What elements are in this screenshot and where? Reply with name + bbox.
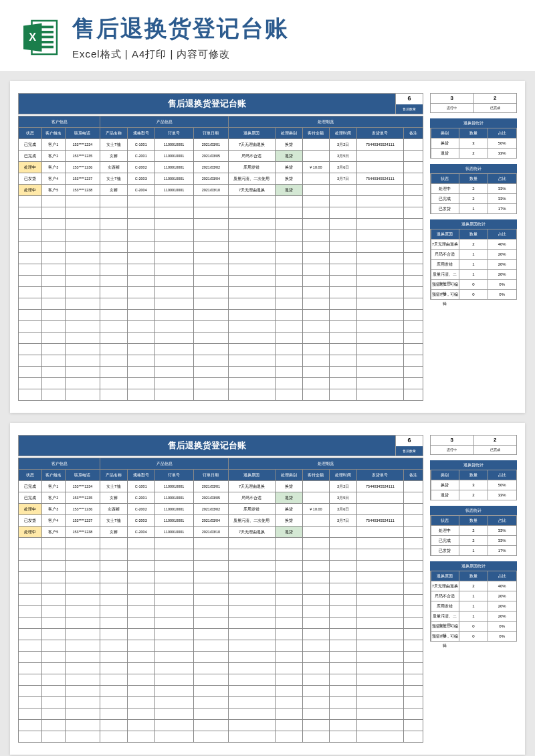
cell[interactable] <box>100 686 128 697</box>
cell[interactable] <box>41 606 65 618</box>
cell[interactable] <box>229 708 276 720</box>
cell[interactable] <box>65 652 100 663</box>
cell[interactable] <box>65 606 100 618</box>
cell[interactable]: 153****1236 <box>65 504 100 515</box>
type-cell[interactable]: 换货 <box>275 173 302 185</box>
cell[interactable] <box>357 629 404 640</box>
cell[interactable]: 库用发错 <box>229 504 276 515</box>
cell[interactable] <box>154 720 193 731</box>
cell[interactable] <box>193 378 228 389</box>
cell[interactable] <box>275 538 302 549</box>
cell[interactable]: 7天无理由退换 <box>229 139 276 151</box>
cell[interactable] <box>154 731 193 743</box>
cell[interactable] <box>229 595 276 606</box>
cell[interactable] <box>65 663 100 674</box>
type-cell[interactable]: 换货 <box>275 515 302 527</box>
cell[interactable] <box>41 344 65 355</box>
cell[interactable] <box>229 321 276 333</box>
cell[interactable] <box>275 697 302 708</box>
cell[interactable] <box>302 492 330 504</box>
cell[interactable] <box>65 207 100 219</box>
cell[interactable] <box>330 276 357 287</box>
cell[interactable] <box>65 344 100 355</box>
cell[interactable] <box>330 310 357 321</box>
cell[interactable] <box>302 572 330 583</box>
cell[interactable]: 库用发错 <box>229 162 276 173</box>
cell[interactable] <box>100 708 128 720</box>
cell[interactable] <box>403 162 423 173</box>
cell[interactable] <box>330 527 357 538</box>
cell[interactable] <box>302 196 330 207</box>
cell[interactable] <box>154 367 193 378</box>
cell[interactable] <box>302 276 330 287</box>
cell[interactable] <box>100 230 128 242</box>
cell[interactable] <box>65 264 100 276</box>
cell[interactable] <box>229 629 276 640</box>
cell[interactable] <box>100 207 128 219</box>
cell[interactable]: 尺码不合适 <box>229 492 276 504</box>
cell[interactable] <box>302 652 330 663</box>
cell[interactable] <box>193 276 228 287</box>
cell[interactable] <box>65 686 100 697</box>
cell[interactable] <box>100 389 128 401</box>
cell[interactable] <box>41 731 65 743</box>
cell[interactable] <box>275 355 302 367</box>
cell[interactable] <box>127 276 154 287</box>
cell[interactable] <box>275 686 302 697</box>
cell[interactable] <box>330 595 357 606</box>
cell[interactable] <box>154 538 193 549</box>
cell[interactable] <box>302 606 330 618</box>
cell[interactable] <box>193 321 228 333</box>
cell[interactable]: 客户1 <box>41 481 65 492</box>
cell[interactable] <box>154 595 193 606</box>
cell[interactable] <box>100 219 128 230</box>
cell[interactable] <box>302 720 330 731</box>
cell[interactable] <box>229 618 276 629</box>
cell[interactable] <box>229 310 276 321</box>
cell[interactable] <box>357 344 404 355</box>
cell[interactable] <box>193 367 228 378</box>
cell[interactable] <box>330 355 357 367</box>
cell[interactable] <box>330 583 357 595</box>
cell[interactable] <box>154 253 193 264</box>
cell[interactable] <box>357 674 404 686</box>
cell[interactable] <box>330 242 357 253</box>
status-cell[interactable]: 处理中 <box>19 162 42 173</box>
cell[interactable] <box>193 298 228 310</box>
cell[interactable] <box>193 355 228 367</box>
cell[interactable]: C-1001 <box>127 139 154 151</box>
cell[interactable] <box>127 367 154 378</box>
cell[interactable] <box>403 549 423 561</box>
cell[interactable] <box>19 253 42 264</box>
cell[interactable] <box>19 230 42 242</box>
cell[interactable] <box>193 720 228 731</box>
cell[interactable] <box>403 731 423 743</box>
type-cell[interactable]: 退货 <box>275 185 302 196</box>
cell[interactable] <box>41 276 65 287</box>
cell[interactable] <box>229 674 276 686</box>
cell[interactable] <box>154 196 193 207</box>
cell[interactable] <box>19 310 42 321</box>
cell[interactable] <box>275 389 302 401</box>
cell[interactable]: 2021/03/04 <box>193 515 228 527</box>
cell[interactable] <box>403 697 423 708</box>
cell[interactable] <box>41 583 65 595</box>
cell[interactable] <box>41 663 65 674</box>
cell[interactable] <box>65 583 100 595</box>
cell[interactable] <box>403 310 423 321</box>
type-cell[interactable]: 换货 <box>275 139 302 151</box>
cell[interactable] <box>100 663 128 674</box>
status-cell[interactable]: 已完成 <box>19 139 42 151</box>
cell[interactable] <box>357 697 404 708</box>
cell[interactable]: 女士T恤 <box>100 173 128 185</box>
cell[interactable] <box>154 629 193 640</box>
cell[interactable] <box>41 674 65 686</box>
cell[interactable] <box>275 720 302 731</box>
cell[interactable] <box>403 538 423 549</box>
cell[interactable] <box>403 652 423 663</box>
cell[interactable] <box>330 219 357 230</box>
cell[interactable] <box>19 708 42 720</box>
cell[interactable] <box>275 298 302 310</box>
cell[interactable]: 3月2日 <box>330 481 357 492</box>
cell[interactable] <box>357 219 404 230</box>
